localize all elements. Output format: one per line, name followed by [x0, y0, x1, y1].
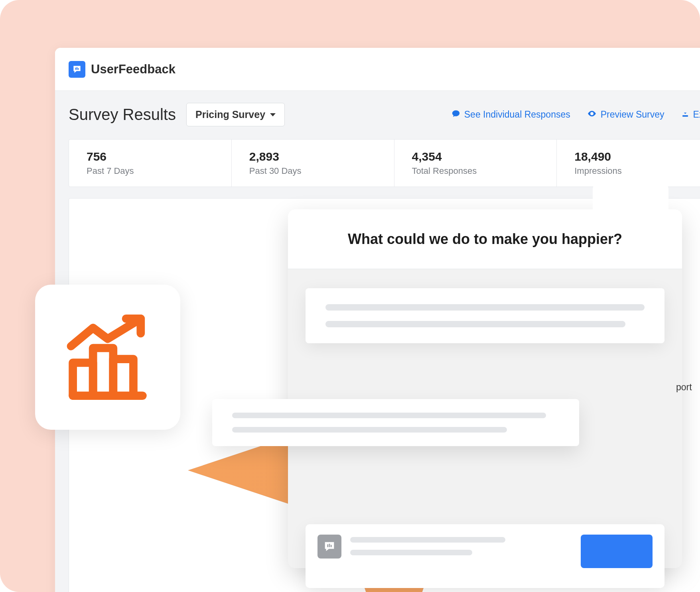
input-placeholder[interactable]: [350, 535, 572, 555]
survey-selector-dropdown[interactable]: Pricing Survey: [186, 103, 285, 126]
see-responses-link[interactable]: See Individual Responses: [452, 109, 570, 121]
stat-label: Past 30 Days: [249, 166, 377, 176]
export-text-fragment: port: [676, 382, 692, 393]
send-button[interactable]: [581, 535, 653, 568]
download-icon: [681, 109, 689, 120]
brand-name: UserFeedback: [91, 62, 175, 77]
see-responses-label: See Individual Responses: [464, 109, 570, 120]
svg-rect-0: [75, 67, 76, 69]
svg-rect-7: [331, 545, 332, 547]
survey-selector-label: Pricing Survey: [195, 109, 265, 120]
svg-rect-5: [327, 544, 328, 547]
brand-bar: UserFeedback: [55, 48, 700, 91]
stat-value: 2,893: [249, 150, 377, 163]
stat-past-7: 756 Past 7 Days: [69, 140, 232, 187]
analytics-icon-card: [35, 285, 180, 430]
brand-logo-icon: [69, 61, 85, 78]
stat-value: 18,490: [574, 150, 700, 163]
placeholder-line: [232, 413, 546, 418]
input-bar: [306, 524, 665, 588]
response-card: [212, 399, 579, 446]
page-title: Survey Results: [69, 106, 176, 124]
response-card: [306, 288, 665, 343]
svg-rect-4: [682, 115, 688, 116]
stat-value: 756: [87, 150, 214, 163]
svg-rect-2: [78, 68, 79, 69]
comment-icon: [452, 109, 460, 120]
placeholder-line: [350, 537, 505, 543]
question-header: What could we do to make you happier?: [288, 209, 682, 269]
svg-rect-6: [329, 544, 330, 547]
placeholder-line: [325, 321, 625, 327]
promo-canvas: UserFeedback Survey Results Pricing Surv…: [0, 0, 700, 592]
placeholder-line: [325, 304, 645, 311]
export-label: Export: [693, 109, 700, 120]
placeholder-line: [232, 427, 507, 433]
preview-survey-label: Preview Survey: [601, 109, 665, 120]
export-link[interactable]: Export: [681, 109, 700, 121]
stat-label: Past 7 Days: [87, 166, 214, 176]
stat-value: 4,354: [412, 150, 539, 163]
question-title: What could we do to make you happier?: [348, 231, 622, 248]
caret-down-icon: [270, 113, 276, 116]
placeholder-line: [350, 550, 472, 555]
title-actions: See Individual Responses Preview Survey …: [452, 109, 700, 121]
stat-label: Impressions: [574, 166, 700, 176]
svg-rect-1: [77, 67, 77, 70]
question-panel: What could we do to make you happier?: [288, 209, 682, 568]
svg-point-3: [591, 113, 593, 114]
title-row: Survey Results Pricing Survey See Indivi…: [69, 103, 700, 126]
stat-label: Total Responses: [412, 166, 539, 176]
stat-past-30: 2,893 Past 30 Days: [232, 140, 394, 187]
panel-tab: [593, 179, 668, 215]
stat-total-responses: 4,354 Total Responses: [394, 140, 557, 187]
preview-survey-link[interactable]: Preview Survey: [587, 109, 665, 121]
eye-icon: [587, 109, 597, 121]
growth-chart-icon: [62, 311, 154, 403]
bot-avatar-icon: [317, 535, 341, 559]
